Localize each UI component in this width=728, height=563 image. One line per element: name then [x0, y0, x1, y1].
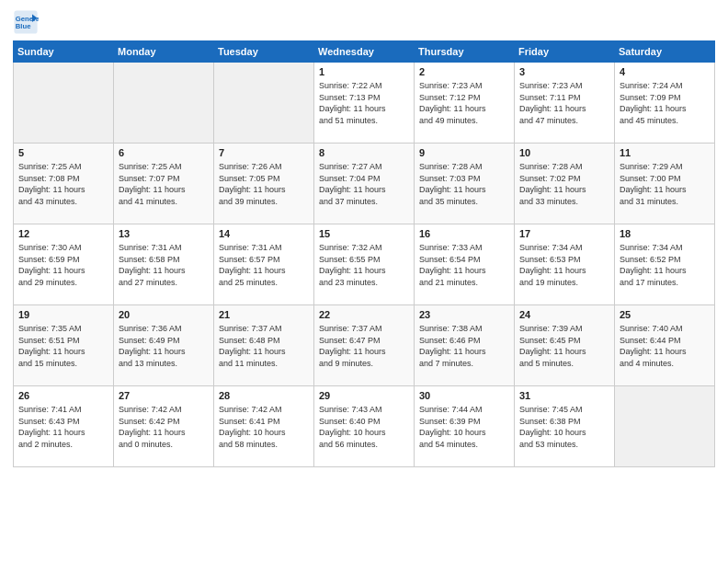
calendar-cell: [114, 63, 214, 144]
day-number: 8: [319, 147, 409, 158]
weekday-header-wednesday: Wednesday: [314, 41, 415, 63]
day-info: Sunrise: 7:28 AM Sunset: 7:03 PM Dayligh…: [419, 161, 509, 207]
calendar-cell: 25Sunrise: 7:40 AM Sunset: 6:44 PM Dayli…: [615, 305, 715, 386]
calendar-cell: 5Sunrise: 7:25 AM Sunset: 7:08 PM Daylig…: [14, 144, 114, 224]
calendar-cell: [214, 63, 314, 144]
calendar-week-row: 12Sunrise: 7:30 AM Sunset: 6:59 PM Dayli…: [14, 224, 715, 305]
day-info: Sunrise: 7:36 AM Sunset: 6:49 PM Dayligh…: [119, 323, 209, 369]
calendar-cell: [615, 386, 715, 467]
weekday-header-sunday: Sunday: [14, 41, 114, 63]
day-info: Sunrise: 7:44 AM Sunset: 6:39 PM Dayligh…: [419, 404, 509, 450]
day-number: 19: [18, 309, 108, 320]
weekday-header-row: SundayMondayTuesdayWednesdayThursdayFrid…: [14, 41, 715, 63]
day-info: Sunrise: 7:23 AM Sunset: 7:11 PM Dayligh…: [519, 80, 609, 126]
calendar-cell: 28Sunrise: 7:42 AM Sunset: 6:41 PM Dayli…: [214, 386, 314, 467]
day-number: 7: [219, 147, 309, 158]
calendar-week-row: 19Sunrise: 7:35 AM Sunset: 6:51 PM Dayli…: [14, 305, 715, 386]
day-info: Sunrise: 7:38 AM Sunset: 6:46 PM Dayligh…: [419, 323, 509, 369]
day-info: Sunrise: 7:23 AM Sunset: 7:12 PM Dayligh…: [419, 80, 509, 126]
day-number: 3: [519, 66, 609, 77]
day-info: Sunrise: 7:37 AM Sunset: 6:48 PM Dayligh…: [219, 323, 309, 369]
calendar-cell: 16Sunrise: 7:33 AM Sunset: 6:54 PM Dayli…: [415, 224, 515, 305]
day-number: 12: [18, 228, 108, 239]
day-number: 28: [219, 390, 309, 401]
calendar-cell: 7Sunrise: 7:26 AM Sunset: 7:05 PM Daylig…: [214, 144, 314, 224]
day-number: 21: [219, 309, 309, 320]
calendar-week-row: 26Sunrise: 7:41 AM Sunset: 6:43 PM Dayli…: [14, 386, 715, 467]
page-container: General Blue SundayMondayTuesdayWednesda…: [0, 0, 728, 475]
day-number: 9: [419, 147, 509, 158]
logo: General Blue: [13, 9, 40, 35]
day-info: Sunrise: 7:31 AM Sunset: 6:58 PM Dayligh…: [119, 242, 209, 288]
day-number: 2: [419, 66, 509, 77]
calendar-cell: 29Sunrise: 7:43 AM Sunset: 6:40 PM Dayli…: [314, 386, 415, 467]
day-number: 15: [319, 228, 409, 239]
weekday-header-thursday: Thursday: [415, 41, 515, 63]
calendar-cell: 4Sunrise: 7:24 AM Sunset: 7:09 PM Daylig…: [615, 63, 715, 144]
logo-icon: General Blue: [13, 9, 39, 35]
day-info: Sunrise: 7:37 AM Sunset: 6:47 PM Dayligh…: [319, 323, 409, 369]
calendar-cell: 1Sunrise: 7:22 AM Sunset: 7:13 PM Daylig…: [314, 63, 415, 144]
calendar-cell: 13Sunrise: 7:31 AM Sunset: 6:58 PM Dayli…: [114, 224, 214, 305]
day-info: Sunrise: 7:43 AM Sunset: 6:40 PM Dayligh…: [319, 404, 409, 450]
calendar-cell: 18Sunrise: 7:34 AM Sunset: 6:52 PM Dayli…: [615, 224, 715, 305]
svg-text:Blue: Blue: [16, 22, 31, 30]
day-info: Sunrise: 7:40 AM Sunset: 6:44 PM Dayligh…: [620, 323, 710, 369]
weekday-header-monday: Monday: [114, 41, 214, 63]
day-number: 5: [18, 147, 108, 158]
calendar-cell: 22Sunrise: 7:37 AM Sunset: 6:47 PM Dayli…: [314, 305, 415, 386]
calendar-cell: [14, 63, 114, 144]
day-number: 27: [119, 390, 209, 401]
day-number: 22: [319, 309, 409, 320]
day-number: 26: [18, 390, 108, 401]
day-number: 18: [620, 228, 710, 239]
calendar-cell: 24Sunrise: 7:39 AM Sunset: 6:45 PM Dayli…: [515, 305, 615, 386]
day-number: 13: [119, 228, 209, 239]
calendar-cell: 9Sunrise: 7:28 AM Sunset: 7:03 PM Daylig…: [415, 144, 515, 224]
day-info: Sunrise: 7:42 AM Sunset: 6:41 PM Dayligh…: [219, 404, 309, 450]
day-number: 16: [419, 228, 509, 239]
day-info: Sunrise: 7:24 AM Sunset: 7:09 PM Dayligh…: [620, 80, 710, 126]
calendar-cell: 21Sunrise: 7:37 AM Sunset: 6:48 PM Dayli…: [214, 305, 314, 386]
calendar-cell: 12Sunrise: 7:30 AM Sunset: 6:59 PM Dayli…: [14, 224, 114, 305]
day-info: Sunrise: 7:25 AM Sunset: 7:07 PM Dayligh…: [119, 161, 209, 207]
calendar-cell: 11Sunrise: 7:29 AM Sunset: 7:00 PM Dayli…: [615, 144, 715, 224]
day-info: Sunrise: 7:31 AM Sunset: 6:57 PM Dayligh…: [219, 242, 309, 288]
day-number: 4: [620, 66, 710, 77]
day-info: Sunrise: 7:35 AM Sunset: 6:51 PM Dayligh…: [18, 323, 108, 369]
calendar-cell: 31Sunrise: 7:45 AM Sunset: 6:38 PM Dayli…: [515, 386, 615, 467]
day-info: Sunrise: 7:42 AM Sunset: 6:42 PM Dayligh…: [119, 404, 209, 450]
day-number: 31: [519, 390, 609, 401]
day-number: 30: [419, 390, 509, 401]
calendar-cell: 10Sunrise: 7:28 AM Sunset: 7:02 PM Dayli…: [515, 144, 615, 224]
day-number: 1: [319, 66, 409, 77]
calendar-cell: 26Sunrise: 7:41 AM Sunset: 6:43 PM Dayli…: [14, 386, 114, 467]
day-number: 25: [620, 309, 710, 320]
header: General Blue: [13, 9, 715, 35]
calendar-cell: 27Sunrise: 7:42 AM Sunset: 6:42 PM Dayli…: [114, 386, 214, 467]
day-info: Sunrise: 7:22 AM Sunset: 7:13 PM Dayligh…: [319, 80, 409, 126]
day-number: 10: [519, 147, 609, 158]
day-number: 17: [519, 228, 609, 239]
day-info: Sunrise: 7:28 AM Sunset: 7:02 PM Dayligh…: [519, 161, 609, 207]
calendar-week-row: 1Sunrise: 7:22 AM Sunset: 7:13 PM Daylig…: [14, 63, 715, 144]
day-info: Sunrise: 7:26 AM Sunset: 7:05 PM Dayligh…: [219, 161, 309, 207]
calendar-cell: 23Sunrise: 7:38 AM Sunset: 6:46 PM Dayli…: [415, 305, 515, 386]
day-number: 11: [620, 147, 710, 158]
day-number: 14: [219, 228, 309, 239]
weekday-header-saturday: Saturday: [615, 41, 715, 63]
day-number: 6: [119, 147, 209, 158]
day-info: Sunrise: 7:25 AM Sunset: 7:08 PM Dayligh…: [18, 161, 108, 207]
calendar-cell: 15Sunrise: 7:32 AM Sunset: 6:55 PM Dayli…: [314, 224, 415, 305]
weekday-header-tuesday: Tuesday: [214, 41, 314, 63]
day-info: Sunrise: 7:29 AM Sunset: 7:00 PM Dayligh…: [620, 161, 710, 207]
day-number: 20: [119, 309, 209, 320]
day-info: Sunrise: 7:45 AM Sunset: 6:38 PM Dayligh…: [519, 404, 609, 450]
calendar-table: SundayMondayTuesdayWednesdayThursdayFrid…: [13, 40, 715, 467]
day-info: Sunrise: 7:34 AM Sunset: 6:52 PM Dayligh…: [620, 242, 710, 288]
calendar-cell: 20Sunrise: 7:36 AM Sunset: 6:49 PM Dayli…: [114, 305, 214, 386]
calendar-cell: 14Sunrise: 7:31 AM Sunset: 6:57 PM Dayli…: [214, 224, 314, 305]
calendar-cell: 3Sunrise: 7:23 AM Sunset: 7:11 PM Daylig…: [515, 63, 615, 144]
day-info: Sunrise: 7:41 AM Sunset: 6:43 PM Dayligh…: [18, 404, 108, 450]
calendar-cell: 19Sunrise: 7:35 AM Sunset: 6:51 PM Dayli…: [14, 305, 114, 386]
